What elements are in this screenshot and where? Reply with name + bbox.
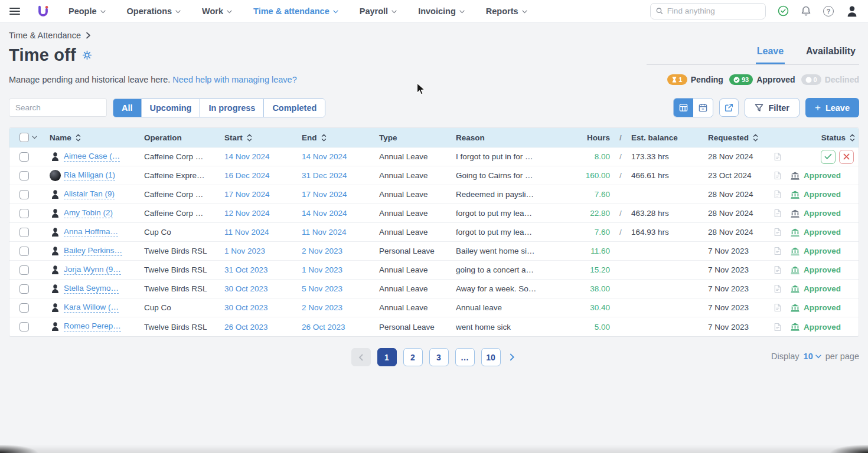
row-checkbox[interactable] — [19, 284, 29, 294]
row-checkbox[interactable] — [19, 303, 29, 313]
filter-button[interactable]: Filter — [745, 98, 799, 117]
calendar-view-button[interactable] — [693, 99, 713, 117]
user-avatar[interactable] — [846, 5, 859, 18]
note-file-icon[interactable] — [774, 303, 781, 312]
global-search-input[interactable] — [667, 6, 760, 15]
start-date-link[interactable]: 30 Oct 2023 — [224, 303, 268, 312]
note-file-icon[interactable] — [774, 228, 781, 237]
sort-icon[interactable] — [850, 134, 855, 142]
declined-badge[interactable]: 0 Declined — [801, 74, 859, 85]
start-date-link[interactable]: 14 Nov 2024 — [224, 152, 270, 161]
nav-item-time-attendance[interactable]: Time & attendance — [253, 6, 338, 16]
start-date-link[interactable]: 30 Oct 2023 — [224, 284, 268, 293]
page-button-3[interactable]: 3 — [429, 348, 449, 366]
note-file-icon[interactable] — [774, 284, 781, 293]
col-header-name[interactable]: Name — [50, 133, 71, 142]
col-header-start[interactable]: Start — [224, 133, 243, 142]
help-link[interactable]: Need help with managing leave? — [172, 75, 296, 84]
end-date-link[interactable]: 17 Nov 2024 — [302, 190, 347, 199]
nav-item-reports[interactable]: Reports — [486, 6, 527, 16]
end-date-link[interactable]: 2 Nov 2023 — [302, 247, 342, 255]
row-checkbox[interactable] — [19, 265, 29, 275]
employee-name-link[interactable]: Alistair Tan (9) — [64, 189, 115, 200]
table-search[interactable] — [9, 99, 107, 117]
row-checkbox[interactable] — [19, 322, 29, 331]
col-header-end[interactable]: End — [302, 133, 317, 142]
start-date-link[interactable]: 26 Oct 2023 — [224, 323, 268, 331]
note-file-icon[interactable] — [774, 171, 781, 180]
sort-icon[interactable] — [753, 134, 758, 142]
end-date-link[interactable]: 1 Nov 2023 — [302, 265, 342, 274]
next-page-button[interactable] — [507, 353, 517, 361]
start-date-link[interactable]: 16 Dec 2024 — [224, 171, 270, 180]
end-date-link[interactable]: 2 Nov 2023 — [302, 303, 342, 312]
end-date-link[interactable]: 11 Nov 2024 — [302, 228, 347, 237]
hamburger-menu-icon[interactable] — [9, 8, 20, 15]
employee-name-link[interactable]: Ria Miligan (1) — [64, 170, 115, 181]
employee-name-link[interactable]: Bailey Perkins… — [64, 246, 122, 257]
row-checkbox[interactable] — [19, 228, 29, 237]
employee-name-link[interactable]: Aimee Case (… — [64, 152, 120, 162]
nav-item-work[interactable]: Work — [202, 6, 232, 16]
col-header-status[interactable]: Status — [821, 133, 846, 142]
pending-badge[interactable]: 1 Pending — [667, 74, 723, 85]
page-button-2[interactable]: 2 — [403, 348, 423, 366]
notifications-bell-icon[interactable] — [801, 5, 811, 17]
status-check-icon[interactable] — [778, 5, 789, 17]
segment-upcoming[interactable]: Upcoming — [142, 99, 201, 117]
settings-gear-icon[interactable] — [82, 50, 92, 60]
end-date-link[interactable]: 14 Nov 2024 — [302, 209, 347, 218]
start-date-link[interactable]: 12 Nov 2024 — [224, 209, 270, 218]
employee-name-link[interactable]: Romeo Perep… — [64, 321, 121, 332]
employee-name-link[interactable]: Anna Hoffma… — [64, 227, 118, 238]
sort-icon[interactable] — [76, 134, 81, 142]
note-file-icon[interactable] — [774, 209, 781, 218]
nav-item-people[interactable]: People — [68, 6, 106, 16]
segment-in-progress[interactable]: In progress — [200, 99, 264, 117]
row-checkbox[interactable] — [19, 152, 29, 162]
prev-page-button[interactable] — [351, 348, 371, 366]
table-view-button[interactable] — [674, 99, 693, 117]
sort-icon[interactable] — [247, 134, 252, 142]
approve-leave-button[interactable] — [821, 150, 836, 164]
approved-badge[interactable]: 93 Approved — [729, 74, 795, 85]
help-icon[interactable]: ? — [823, 6, 834, 17]
note-file-icon[interactable] — [774, 152, 781, 161]
start-date-link[interactable]: 31 Oct 2023 — [224, 265, 268, 274]
end-date-link[interactable]: 31 Dec 2024 — [302, 171, 347, 180]
row-checkbox[interactable] — [19, 209, 29, 218]
row-checkbox[interactable] — [19, 247, 29, 256]
page-button-1[interactable]: 1 — [377, 348, 397, 366]
employee-name-link[interactable]: Amy Tobin (2) — [64, 208, 113, 219]
row-checkbox[interactable] — [19, 190, 29, 199]
decline-leave-button[interactable] — [839, 150, 854, 164]
page-button-10[interactable]: 10 — [481, 348, 501, 366]
tab-leave[interactable]: Leave — [756, 41, 785, 64]
select-all-checkbox[interactable] — [19, 133, 29, 142]
col-header-requested[interactable]: Requested — [708, 133, 749, 142]
note-file-icon[interactable] — [774, 265, 781, 274]
breadcrumb-link[interactable]: Time & Attendance — [9, 31, 81, 40]
nav-item-payroll[interactable]: Payroll — [360, 6, 397, 16]
end-date-link[interactable]: 14 Nov 2024 — [302, 152, 347, 161]
employee-name-link[interactable]: Stella Seymo… — [64, 284, 119, 294]
tab-availability[interactable]: Availability — [805, 41, 857, 64]
add-leave-button[interactable]: + Leave — [805, 98, 859, 117]
segment-completed[interactable]: Completed — [264, 99, 325, 117]
segment-all[interactable]: All — [113, 99, 142, 117]
sort-icon[interactable] — [321, 134, 327, 142]
note-file-icon[interactable] — [774, 247, 781, 255]
nav-item-operations[interactable]: Operations — [127, 6, 181, 16]
end-date-link[interactable]: 26 Oct 2023 — [302, 323, 345, 331]
row-checkbox[interactable] — [19, 171, 29, 180]
page-button-…[interactable]: … — [455, 348, 475, 366]
page-size-select[interactable]: 10 — [804, 352, 821, 361]
global-search[interactable] — [650, 3, 766, 19]
note-file-icon[interactable] — [774, 190, 781, 199]
nav-item-invoicing[interactable]: Invoicing — [418, 6, 465, 16]
employee-name-link[interactable]: Jorja Wynn (9… — [64, 265, 121, 275]
start-date-link[interactable]: 11 Nov 2024 — [224, 228, 269, 237]
start-date-link[interactable]: 1 Nov 2023 — [224, 247, 265, 255]
employee-name-link[interactable]: Kara Willow (… — [64, 303, 119, 313]
start-date-link[interactable]: 17 Nov 2024 — [224, 190, 270, 199]
